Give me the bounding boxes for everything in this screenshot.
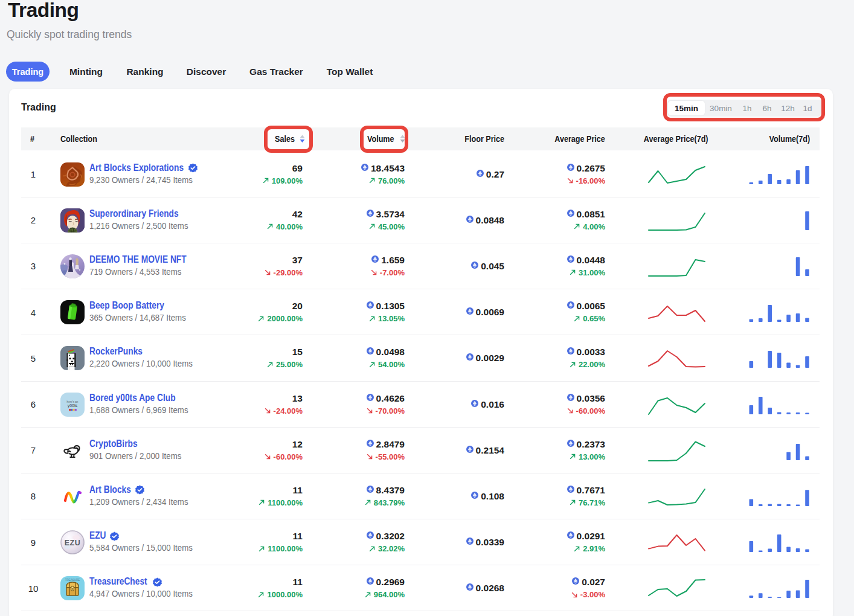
svg-text:EZU: EZU [65, 539, 81, 547]
svg-text:TREASURE: TREASURE [65, 579, 80, 582]
svg-text:y00ts: y00ts [68, 403, 78, 408]
